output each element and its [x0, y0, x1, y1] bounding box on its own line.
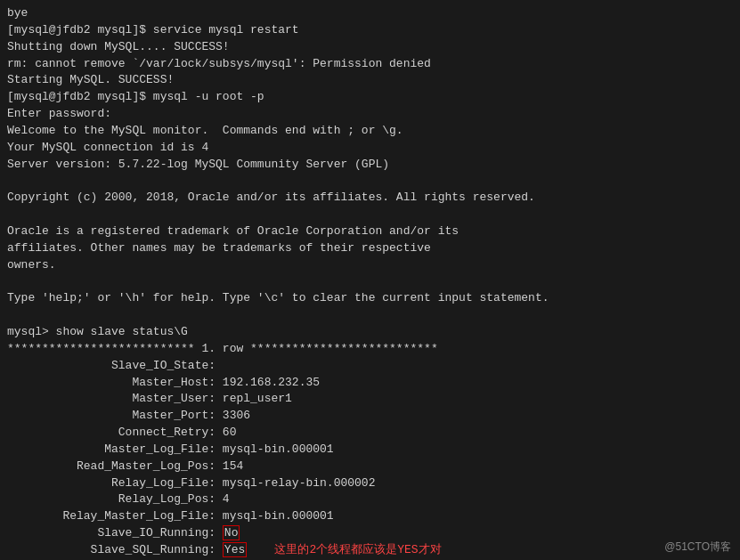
slave-sql-running-value: Yes: [223, 542, 247, 557]
terminal-window: bye [mysql@jfdb2 mysql]$ service mysql r…: [0, 0, 740, 560]
line-master-port: Master_Port: 3306: [7, 408, 733, 425]
line-oracle1: Oracle is a registered trademark of Orac…: [7, 223, 733, 240]
line-master-log-file: Master_Log_File: mysql-bin.000001: [7, 442, 733, 459]
line-empty1: [7, 173, 733, 190]
line-empty3: [7, 274, 733, 291]
watermark: @51CTO博客: [664, 540, 731, 555]
line-relay-master-log-file: Relay_Master_Log_File: mysql-bin.000001: [7, 508, 733, 525]
line-bye: bye: [7, 5, 733, 22]
line-slave-sql-running: Slave_SQL_Running: Yes 这里的2个线程都应该是YES才对: [7, 542, 733, 559]
line-show-slave: mysql> show slave status\G: [7, 324, 733, 341]
line-slave-io-state: Slave_IO_State:: [7, 358, 733, 375]
line-help-hint: Type 'help;' or '\h' for help. Type '\c'…: [7, 290, 733, 307]
line-read-master-log-pos: Read_Master_Log_Pos: 154: [7, 459, 733, 475]
line-empty2: [7, 207, 733, 223]
line-empty4: [7, 307, 733, 324]
line-master-user: Master_User: repl_user1: [7, 391, 733, 408]
line-master-host: Master_Host: 192.168.232.35: [7, 375, 733, 392]
line-shutdown: Shutting down MySQL.... SUCCESS!: [7, 39, 733, 56]
line-connection-id: Your MySQL connection id is 4: [7, 140, 733, 157]
annotation-text: 这里的2个线程都应该是YES才对: [274, 543, 441, 556]
line-row-separator: *************************** 1. row *****…: [7, 341, 733, 358]
line-restart-cmd: [mysql@jfdb2 mysql]$ service mysql resta…: [7, 22, 733, 39]
line-rm-error: rm: cannot remove `/var/lock/subsys/mysq…: [7, 56, 733, 73]
line-welcome: Welcome to the MySQL monitor. Commands e…: [7, 123, 733, 140]
line-server-version: Server version: 5.7.22-log MySQL Communi…: [7, 157, 733, 174]
line-copyright: Copyright (c) 2000, 2018, Oracle and/or …: [7, 190, 733, 207]
line-relay-log-file: Relay_Log_File: mysql-relay-bin.000002: [7, 475, 733, 492]
line-mysql-cmd: [mysql@jfdb2 mysql]$ mysql -u root -p: [7, 89, 733, 106]
line-connect-retry: Connect_Retry: 60: [7, 425, 733, 442]
line-starting: Starting MySQL. SUCCESS!: [7, 72, 733, 89]
line-relay-log-pos: Relay_Log_Pos: 4: [7, 491, 733, 508]
line-oracle3: owners.: [7, 257, 733, 274]
line-slave-io-running: Slave_IO_Running: No: [7, 525, 733, 542]
line-oracle2: affiliates. Other names may be trademark…: [7, 240, 733, 257]
slave-io-running-value: No: [223, 525, 240, 540]
line-enter-password: Enter password:: [7, 106, 733, 123]
